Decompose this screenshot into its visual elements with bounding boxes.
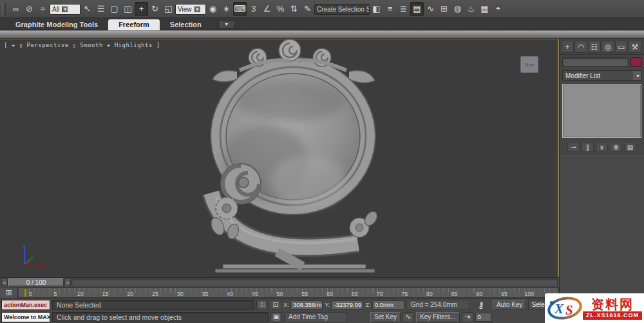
- spinner-snap-icon[interactable]: ⇅: [287, 2, 301, 16]
- material-editor-icon[interactable]: ◍: [451, 2, 464, 16]
- key-filters-button[interactable]: Key Filters...: [416, 312, 460, 322]
- prev-frame-arrow[interactable]: <: [1, 279, 8, 286]
- reference-coordsys-dropdown[interactable]: View: [175, 4, 206, 15]
- layer-manager-icon[interactable]: ≣: [397, 2, 410, 16]
- make-unique-button[interactable]: ∨: [596, 142, 608, 152]
- remove-modifier-button[interactable]: ⊗: [610, 142, 622, 152]
- select-and-scale-icon[interactable]: ◱: [162, 2, 175, 16]
- ruler-tick-label: 85: [448, 291, 461, 297]
- ruler-tick-label: 10: [74, 291, 87, 297]
- modify-tab-icon[interactable]: ◠: [574, 41, 587, 53]
- add-time-tag[interactable]: Add Time Tag: [284, 312, 347, 322]
- ruler-tick-label: 30: [174, 291, 187, 297]
- viewport-label[interactable]: [ + ▯ Perspective ▯ Smooth + Highlights …: [4, 42, 160, 48]
- next-frame-arrow[interactable]: >: [64, 279, 71, 286]
- ribbon-tab[interactable]: Selection: [160, 19, 212, 30]
- world-axis-tripod: z x y: [18, 242, 48, 268]
- modifier-list-dropdown[interactable]: Modifier List ▼: [562, 70, 641, 81]
- bind-to-spacewarp-icon[interactable]: ≈: [36, 2, 50, 16]
- isolate-selection-icon[interactable]: ▣: [270, 312, 282, 322]
- watermark-text: 资料网 ZL.XS1616.COM: [583, 297, 642, 320]
- window-crossing-icon[interactable]: ◫: [121, 2, 135, 16]
- unlink-selection-icon[interactable]: ⊘: [23, 2, 36, 16]
- ruler-tick-label: 40: [223, 291, 236, 297]
- pin-stack-button[interactable]: ⊸: [567, 142, 580, 152]
- object-name-field[interactable]: [562, 57, 629, 67]
- new-key-curve-icon[interactable]: ∿: [402, 312, 414, 322]
- watermark-cn-text: 资料网: [591, 297, 634, 311]
- mirror-icon[interactable]: ◧: [370, 2, 383, 16]
- chevron-down-icon[interactable]: ▼: [632, 71, 641, 80]
- playback-controls-2: ⇥: [462, 312, 473, 322]
- configure-modifier-sets-button[interactable]: ▤: [624, 142, 636, 152]
- ribbon-overflow-button[interactable]: ▼: [218, 20, 235, 28]
- select-and-rotate-icon[interactable]: ↻: [148, 2, 162, 16]
- go-to-end-button[interactable]: ⇥: [462, 312, 473, 322]
- keyboard-override-icon[interactable]: ⌨: [233, 2, 247, 16]
- maxscript-macro-line[interactable]: actionMan.exec: [1, 300, 50, 310]
- command-panel-tabs: +◠☷◎▭⚒: [560, 39, 644, 55]
- toolbar-drag-handle[interactable]: [2, 3, 6, 15]
- object-color-swatch[interactable]: [630, 57, 641, 67]
- schematic-view-icon[interactable]: ⊞: [437, 2, 451, 16]
- use-pivot-center-icon[interactable]: ◉: [206, 2, 220, 16]
- time-slider-track[interactable]: [71, 279, 558, 286]
- absolute-mode-icon[interactable]: ⊡: [270, 300, 281, 310]
- y-value-field[interactable]: -32379.09: [331, 300, 363, 309]
- rollouts-area[interactable]: [560, 155, 644, 298]
- modifier-stack-buttons: ⊸∥∨⊗▤: [560, 139, 644, 155]
- render-setup-icon[interactable]: ♨: [464, 2, 478, 16]
- mini-curve-editor-button[interactable]: ⊞: [0, 288, 18, 298]
- time-slider-handle[interactable]: 0 / 100: [8, 279, 64, 286]
- rect-selection-region-icon[interactable]: ▢: [108, 2, 121, 16]
- select-and-manipulate-icon[interactable]: ∗: [220, 2, 233, 16]
- snap-toggle-3d-icon[interactable]: 3: [247, 2, 260, 16]
- svg-text:z: z: [23, 243, 25, 249]
- ruler-tick-label: 55: [298, 291, 311, 297]
- render-production-icon[interactable]: ◓: [491, 2, 505, 16]
- ribbon-tab[interactable]: Freeform: [108, 19, 160, 30]
- x-value-field[interactable]: 308.356mm: [290, 300, 323, 309]
- perspective-viewport[interactable]: [ + ▯ Perspective ▯ Smooth + Highlights …: [0, 39, 559, 277]
- ribbon-minimized-strip: [0, 30, 644, 39]
- viewport-column: [ + ▯ Perspective ▯ Smooth + Highlights …: [0, 39, 559, 298]
- ruler-tick-label: 90: [473, 291, 486, 297]
- select-and-move-icon[interactable]: +: [135, 2, 148, 16]
- z-coordinate: Z: 0.0mm: [365, 300, 404, 309]
- align-icon[interactable]: ≡: [383, 2, 397, 16]
- ruler-tick-label: 35: [198, 291, 211, 297]
- selection-lock-icon[interactable]: ⚿: [256, 300, 268, 310]
- scene-explorer-icon[interactable]: ▤: [410, 2, 424, 16]
- select-by-name-icon[interactable]: ☰: [94, 2, 108, 16]
- hierarchy-tab-icon[interactable]: ☷: [588, 41, 601, 53]
- z-value-field[interactable]: 0.0mm: [372, 300, 404, 309]
- motion-tab-icon[interactable]: ◎: [601, 41, 614, 53]
- select-and-link-icon[interactable]: ∞: [9, 2, 23, 16]
- selection-filter-dropdown[interactable]: All: [50, 4, 80, 15]
- show-end-result-button[interactable]: ∥: [582, 142, 594, 152]
- viewport-floating-button[interactable]: Non: [520, 56, 538, 73]
- curve-editor-icon[interactable]: ∿: [424, 2, 437, 16]
- svg-text:S: S: [565, 302, 573, 318]
- set-key-icon[interactable]: ⚷: [471, 300, 491, 310]
- angle-snap-icon[interactable]: ∠: [260, 2, 274, 16]
- edit-named-sets-icon[interactable]: ✎: [301, 2, 314, 16]
- current-frame-field[interactable]: 0: [475, 313, 492, 322]
- modifier-stack-list[interactable]: [562, 84, 641, 138]
- track-bar-ruler[interactable]: 0510152025303540455055606570758085909510…: [18, 288, 559, 298]
- ribbon-tab[interactable]: Graphite Modeling Tools: [5, 19, 108, 30]
- maxscript-listener-line[interactable]: Welcome to MAX:: [1, 312, 50, 322]
- utilities-tab-icon[interactable]: ⚒: [629, 41, 641, 53]
- named-sets-dropdown[interactable]: Create Selection Se: [314, 4, 370, 15]
- ruler-tick-label: 100: [523, 291, 536, 297]
- percent-snap-icon[interactable]: %: [274, 2, 287, 16]
- select-object-icon[interactable]: ↖: [80, 2, 94, 16]
- rendered-frame-icon[interactable]: ▦: [478, 2, 491, 16]
- set-key-button[interactable]: Set Key: [370, 312, 401, 322]
- ruler-tick-label: 15: [99, 291, 112, 297]
- object-name-row: [560, 55, 644, 68]
- create-tab-icon[interactable]: +: [561, 41, 574, 53]
- main-toolbar: ∞⊘≈All↖☰▢◫+↻◱View◉∗⌨3∠%⇅✎Create Selectio…: [0, 0, 644, 18]
- auto-key-button[interactable]: Auto Key: [493, 300, 527, 310]
- display-tab-icon[interactable]: ▭: [615, 41, 628, 53]
